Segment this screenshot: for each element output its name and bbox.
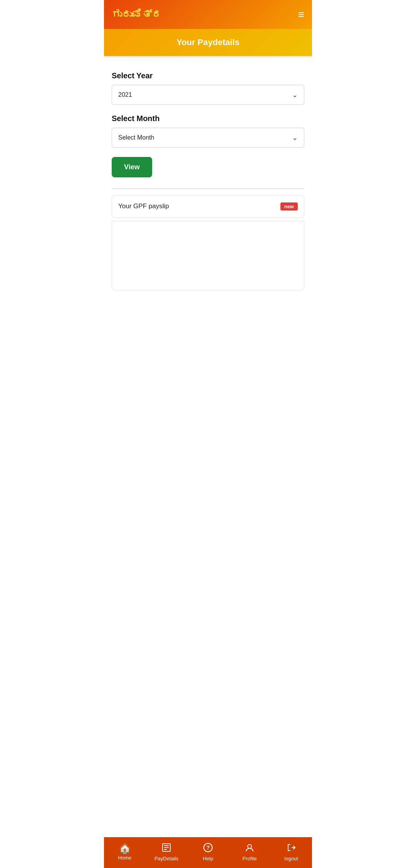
month-label: Select Month: [112, 114, 304, 123]
bottom-spacer: [104, 421, 312, 456]
menu-icon[interactable]: ≡: [298, 9, 304, 20]
year-label: Select Year: [112, 71, 304, 80]
empty-content: [104, 306, 312, 421]
gpf-section[interactable]: Your GPF payslip new: [112, 195, 304, 218]
gpf-card-body: [112, 221, 304, 290]
year-value: 2021: [118, 91, 132, 98]
app-logo: ಗುರುಮಿತ್ರ: [112, 8, 162, 20]
main-content: Select Year 2021 ⌄ Select Month Select M…: [104, 62, 312, 306]
month-placeholder: Select Month: [118, 134, 154, 141]
new-badge: new: [280, 202, 298, 211]
year-dropdown[interactable]: 2021 ⌄: [112, 85, 304, 105]
year-dropdown-arrow: ⌄: [292, 91, 298, 99]
app-header: ಗುರುಮಿತ್ರ ≡: [104, 0, 312, 29]
month-dropdown[interactable]: Select Month ⌄: [112, 128, 304, 148]
gpf-label: Your GPF payslip: [118, 202, 169, 210]
pay-banner: Your Paydetails: [104, 29, 312, 56]
month-dropdown-arrow: ⌄: [292, 133, 298, 142]
view-button[interactable]: View: [112, 157, 152, 177]
top-separator: [104, 56, 312, 58]
section-divider: [112, 188, 304, 189]
pay-banner-title: Your Paydetails: [176, 37, 239, 47]
